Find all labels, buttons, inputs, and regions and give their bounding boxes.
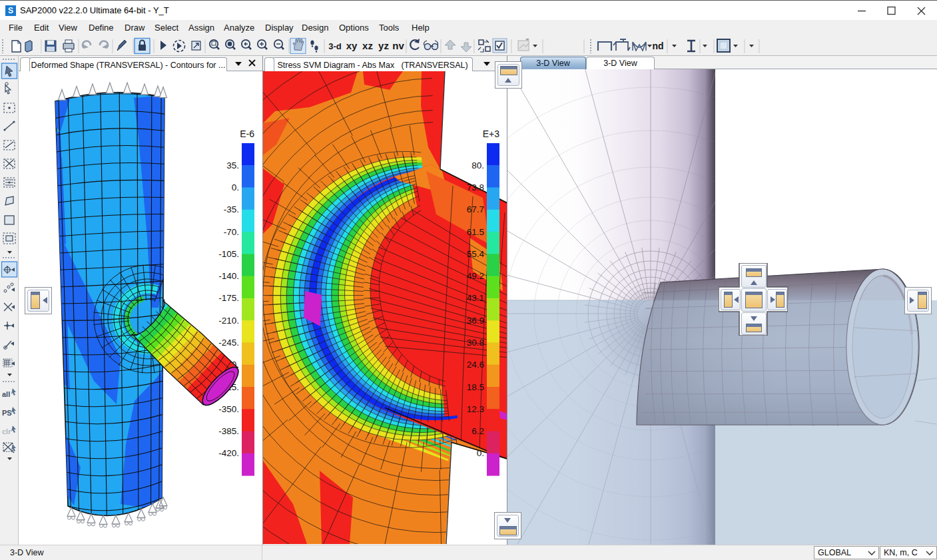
- svg-text:49.2: 49.2: [467, 271, 484, 281]
- svg-text:xy: xy: [346, 40, 358, 51]
- svg-text:-420.: -420.: [218, 448, 239, 458]
- svg-text:PS: PS: [2, 409, 12, 417]
- svg-text:all: all: [2, 390, 10, 398]
- svg-text:73.8: 73.8: [467, 182, 484, 192]
- svg-text:-210.: -210.: [218, 316, 239, 326]
- svg-text:55.4: 55.4: [467, 249, 485, 259]
- svg-text:3-d: 3-d: [328, 41, 342, 51]
- svg-text:0.: 0.: [232, 182, 239, 192]
- svg-text:61.5: 61.5: [467, 227, 484, 237]
- svg-text:-385.: -385.: [218, 426, 239, 436]
- svg-text:80.: 80.: [471, 160, 484, 170]
- svg-text:67.7: 67.7: [467, 204, 484, 214]
- svg-text:-70.: -70.: [224, 227, 239, 237]
- svg-text:18.5: 18.5: [467, 382, 484, 392]
- svg-text:12.3: 12.3: [467, 404, 484, 414]
- svg-text:E-6: E-6: [240, 129, 254, 139]
- svg-text:43.1: 43.1: [467, 293, 484, 303]
- svg-text:24.6: 24.6: [467, 360, 484, 370]
- svg-text:-245.: -245.: [218, 338, 239, 348]
- svg-text:nd: nd: [652, 41, 663, 51]
- svg-text:30.8: 30.8: [467, 338, 484, 348]
- svg-text:35.: 35.: [226, 160, 239, 170]
- svg-text:E+3: E+3: [483, 129, 500, 139]
- svg-text:36.9: 36.9: [467, 316, 484, 326]
- svg-text:-35.: -35.: [224, 204, 239, 214]
- svg-text:-105.: -105.: [218, 249, 239, 259]
- svg-text:6.2: 6.2: [471, 426, 484, 436]
- svg-text:-350.: -350.: [218, 404, 239, 414]
- svg-text:-175.: -175.: [218, 293, 239, 303]
- svg-text:yz: yz: [378, 40, 389, 51]
- svg-text:-140.: -140.: [218, 271, 239, 281]
- svg-text:xz: xz: [362, 40, 373, 51]
- svg-text:clr: clr: [2, 427, 11, 435]
- svg-text:0.: 0.: [477, 448, 484, 458]
- svg-text:nv: nv: [392, 40, 404, 51]
